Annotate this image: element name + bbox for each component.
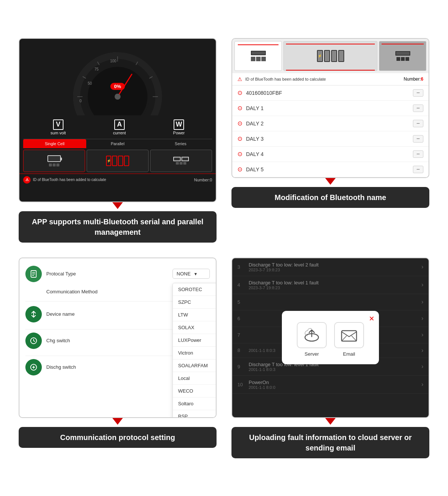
minus-btn-3[interactable]: − bbox=[413, 135, 423, 143]
list-item-0-left: ⊙ 401608010FBF bbox=[237, 89, 282, 96]
server-label: Server bbox=[305, 351, 319, 357]
list-item-3-name: DALY 3 bbox=[246, 136, 264, 142]
list-item-2-left: ⊙ DALY 2 bbox=[237, 120, 264, 127]
panel-series bbox=[150, 150, 212, 172]
proto-type-label: Protocal Type bbox=[46, 271, 168, 277]
bt-screen: 50 75 100 0 SOC 0% V sum volt bbox=[19, 38, 217, 202]
power-label: Power bbox=[173, 131, 185, 135]
current-label: current bbox=[113, 131, 126, 135]
server-icon-box bbox=[297, 322, 327, 348]
tab-series[interactable]: Series bbox=[149, 139, 212, 148]
warning-icon: ⚠ bbox=[237, 76, 242, 82]
caption-4: Uploading fault information to cloud ser… bbox=[231, 427, 429, 458]
list-item-4-left: ⊙ DALY 4 bbox=[237, 150, 264, 157]
meter-current: A current bbox=[113, 119, 126, 135]
list-item-1-left: ⊙ DALY 1 bbox=[237, 104, 264, 112]
chevron-down-icon: ▼ bbox=[194, 272, 198, 276]
minus-btn-1[interactable]: − bbox=[413, 104, 423, 112]
bt-bottom-left: ⚠ ID of BlueTooth has been added to calc… bbox=[23, 176, 106, 184]
tabs-row: Single Cell Parallel Series bbox=[23, 139, 212, 148]
list-item-5-left: ⊙ DALY 5 bbox=[237, 166, 264, 173]
minus-btn-4[interactable]: − bbox=[413, 150, 423, 158]
svg-text:0: 0 bbox=[80, 99, 82, 103]
server-option[interactable]: Server bbox=[297, 322, 327, 357]
card-multi-bt: 50 75 100 0 SOC 0% V sum volt bbox=[19, 38, 217, 243]
caption-1: APP supports multi-Bluetooth serial and … bbox=[19, 211, 217, 243]
proto-dropdown: SOROTEC SZPC LTW SOLAX LUXPower Victron … bbox=[172, 283, 217, 418]
dropdown-sorotec[interactable]: SOROTEC bbox=[173, 283, 217, 296]
dropdown-local[interactable]: Local bbox=[173, 372, 217, 385]
meter-volt: V sum volt bbox=[50, 119, 66, 135]
svg-text:100: 100 bbox=[110, 59, 116, 63]
card-fault: 3 Discharge T too low: level 2 fault 202… bbox=[231, 258, 429, 458]
caption-arrow-4 bbox=[325, 418, 336, 425]
list-item-0-name: 401608010FBF bbox=[246, 90, 282, 96]
dropdown-weco[interactable]: WECO bbox=[173, 385, 217, 397]
list-item-0[interactable]: ⊙ 401608010FBF − bbox=[232, 85, 429, 101]
tab-parallel[interactable]: Parallel bbox=[86, 139, 149, 148]
list-item-2[interactable]: ⊙ DALY 2 − bbox=[232, 116, 429, 131]
proto-select-btn[interactable]: NONE ▼ bbox=[172, 269, 210, 279]
tab-single-cell[interactable]: Single Cell bbox=[23, 139, 86, 148]
bt-icon-5: ⊙ bbox=[237, 166, 242, 173]
bt-bar-text: ID of BlueTooth has been added to calcul… bbox=[33, 177, 106, 182]
svg-rect-25 bbox=[342, 331, 357, 341]
dropdown-soltaro[interactable]: Soltaro bbox=[173, 397, 217, 410]
dropdown-luxpower[interactable]: LUXPower bbox=[173, 334, 217, 347]
list-item-5[interactable]: ⊙ DALY 5 − bbox=[232, 162, 429, 177]
bt-name-header-left: ⚠ ID of BlueTooth has been added to calc… bbox=[237, 76, 326, 82]
email-option[interactable]: Email bbox=[334, 322, 364, 357]
dropdown-soalarfam[interactable]: SOALARFAM bbox=[173, 359, 217, 372]
volt-icon: V bbox=[53, 119, 63, 130]
proto-select-val: NONE bbox=[177, 271, 191, 277]
svg-point-16 bbox=[115, 94, 121, 100]
main-grid: 50 75 100 0 SOC 0% V sum volt bbox=[19, 27, 429, 470]
dropdown-szpc[interactable]: SZPC bbox=[173, 296, 217, 309]
device-name-label: Device name bbox=[46, 311, 175, 317]
dropdown-ltw[interactable]: LTW bbox=[173, 309, 217, 321]
bt-number: Number:0 bbox=[194, 178, 212, 182]
battery-panels: ⚡ bbox=[19, 148, 216, 174]
current-icon: A bbox=[114, 119, 125, 130]
chg-icon bbox=[25, 333, 42, 349]
gauge-pct: 0% bbox=[111, 83, 125, 90]
email-icon-box bbox=[334, 322, 364, 348]
modal-close-btn[interactable]: ✕ bbox=[369, 315, 374, 323]
upload-modal-overlay: ✕ Server bbox=[232, 258, 429, 417]
bt-name-top-area: ⚡ bbox=[232, 39, 429, 73]
bt-icon-3: ⊙ bbox=[237, 135, 242, 142]
bt-device-icon bbox=[25, 306, 42, 322]
dischg-icon bbox=[25, 359, 42, 375]
card-protocol: Protocal Type NONE ▼ SOROTEC SZPC LTW SO… bbox=[19, 258, 217, 458]
list-item-1-name: DALY 1 bbox=[246, 105, 264, 111]
dropdown-bsp[interactable]: BSP bbox=[173, 410, 217, 418]
panel-parallel: ⚡ bbox=[87, 150, 149, 172]
list-item-4[interactable]: ⊙ DALY 4 − bbox=[232, 147, 429, 162]
upload-modal: ✕ Server bbox=[282, 311, 379, 364]
bt-icon-small: ⚠ bbox=[23, 176, 31, 184]
dropdown-victron[interactable]: Victron bbox=[173, 347, 217, 359]
gauge-area: 50 75 100 0 SOC 0% bbox=[19, 39, 216, 117]
proto-screen: Protocal Type NONE ▼ SOROTEC SZPC LTW SO… bbox=[19, 258, 217, 418]
svg-point-10 bbox=[88, 67, 147, 115]
minus-btn-0[interactable]: − bbox=[413, 89, 423, 97]
dropdown-solax[interactable]: SOLAX bbox=[173, 321, 217, 334]
minus-btn-2[interactable]: − bbox=[413, 120, 423, 127]
bt-name-list: ⊙ 401608010FBF − ⊙ DALY 1 − ⊙ DALY 2 bbox=[232, 85, 429, 177]
list-item-4-name: DALY 4 bbox=[246, 151, 264, 157]
bt-icon-1: ⊙ bbox=[237, 104, 242, 112]
top-panel-1 bbox=[234, 41, 282, 71]
card-bt-name: ⚡ ⚠ bbox=[231, 38, 429, 243]
list-item-3[interactable]: ⊙ DALY 3 − bbox=[232, 131, 429, 147]
caption-3: Communication protocol setting bbox=[19, 427, 217, 448]
meter-row: V sum volt A current W Power bbox=[19, 117, 216, 137]
modal-options: Server Email bbox=[291, 322, 370, 357]
bt-name-screen: ⚡ ⚠ bbox=[231, 38, 429, 178]
caption-arrow-3 bbox=[112, 418, 123, 425]
minus-btn-5[interactable]: − bbox=[413, 166, 423, 173]
panel-single bbox=[23, 150, 85, 172]
list-item-1[interactable]: ⊙ DALY 1 − bbox=[232, 101, 429, 116]
bt-icon-0: ⊙ bbox=[237, 89, 242, 96]
bt-icon-2: ⊙ bbox=[237, 120, 242, 127]
list-item-5-name: DALY 5 bbox=[246, 166, 264, 172]
